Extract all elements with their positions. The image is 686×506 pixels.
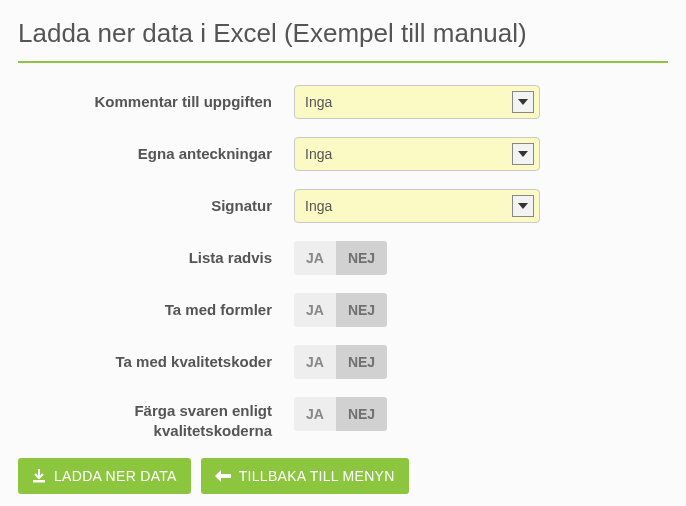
toggle-list-row-no[interactable]: NEJ xyxy=(336,241,387,275)
toggle-formulas: JA NEJ xyxy=(294,293,387,327)
row-quality-codes: Ta med kvalitetskoder JA NEJ xyxy=(18,345,668,379)
row-notes: Egna anteckningar Inga xyxy=(18,137,668,171)
download-button-label: LADDA NER DATA xyxy=(54,468,177,484)
row-list-row: Lista radvis JA NEJ xyxy=(18,241,668,275)
label-notes: Egna anteckningar xyxy=(18,144,294,164)
action-row: LADDA NER DATA TILLBAKA TILL MENYN xyxy=(18,458,668,494)
select-notes-value: Inga xyxy=(305,146,332,162)
label-list-row: Lista radvis xyxy=(18,248,294,268)
arrow-left-icon xyxy=(215,470,231,482)
toggle-formulas-no[interactable]: NEJ xyxy=(336,293,387,327)
svg-rect-0 xyxy=(33,480,45,483)
toggle-quality-codes-yes[interactable]: JA xyxy=(294,345,336,379)
label-quality-codes: Ta med kvalitetskoder xyxy=(18,352,294,372)
title-divider xyxy=(18,61,668,63)
label-comment: Kommentar till uppgiften xyxy=(18,92,294,112)
select-notes-wrap: Inga xyxy=(294,137,540,171)
select-comment-wrap: Inga xyxy=(294,85,540,119)
download-button[interactable]: LADDA NER DATA xyxy=(18,458,191,494)
toggle-quality-codes: JA NEJ xyxy=(294,345,387,379)
select-comment[interactable]: Inga xyxy=(294,85,540,119)
select-signature[interactable]: Inga xyxy=(294,189,540,223)
row-comment: Kommentar till uppgiften Inga xyxy=(18,85,668,119)
row-formulas: Ta med formler JA NEJ xyxy=(18,293,668,327)
toggle-color-answers-yes[interactable]: JA xyxy=(294,397,336,431)
toggle-formulas-yes[interactable]: JA xyxy=(294,293,336,327)
label-formulas: Ta med formler xyxy=(18,300,294,320)
back-button-label: TILLBAKA TILL MENYN xyxy=(239,468,395,484)
toggle-quality-codes-no[interactable]: NEJ xyxy=(336,345,387,379)
toggle-color-answers-no[interactable]: NEJ xyxy=(336,397,387,431)
select-notes[interactable]: Inga xyxy=(294,137,540,171)
toggle-list-row: JA NEJ xyxy=(294,241,387,275)
page-title: Ladda ner data i Excel (Exempel till man… xyxy=(18,18,668,49)
back-button[interactable]: TILLBAKA TILL MENYN xyxy=(201,458,409,494)
select-signature-value: Inga xyxy=(305,198,332,214)
row-color-answers: Färga svaren enligt kvalitetskoderna JA … xyxy=(18,397,668,440)
row-signature: Signatur Inga xyxy=(18,189,668,223)
select-comment-value: Inga xyxy=(305,94,332,110)
select-signature-wrap: Inga xyxy=(294,189,540,223)
label-color-answers: Färga svaren enligt kvalitetskoderna xyxy=(18,397,294,440)
toggle-list-row-yes[interactable]: JA xyxy=(294,241,336,275)
label-signature: Signatur xyxy=(18,196,294,216)
toggle-color-answers: JA NEJ xyxy=(294,397,387,431)
download-icon xyxy=(32,469,46,483)
